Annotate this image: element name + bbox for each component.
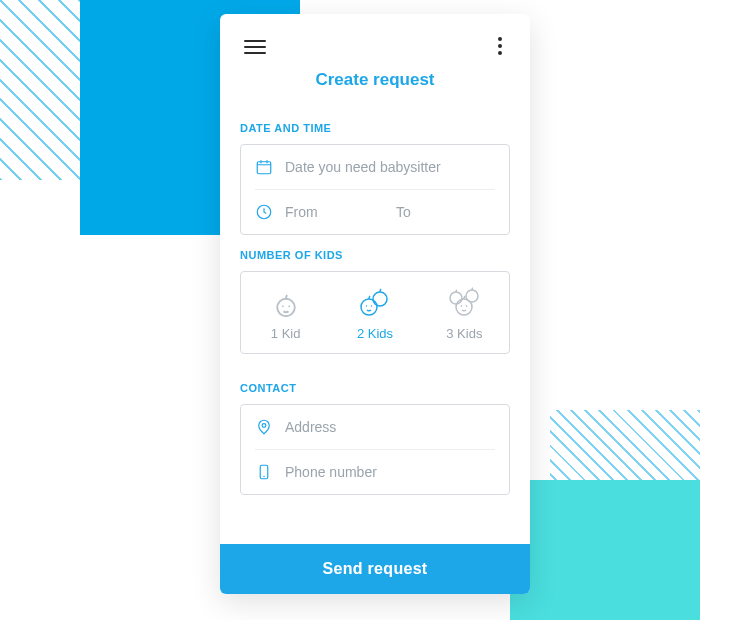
date-row xyxy=(241,145,509,189)
section-label-kids: NUMBER OF KIDS xyxy=(240,249,510,261)
kids-option-label: 1 Kid xyxy=(245,326,326,341)
page-title: Create request xyxy=(240,70,510,90)
svg-point-13 xyxy=(466,305,467,306)
svg-point-2 xyxy=(277,299,295,317)
baby-icon xyxy=(334,282,415,320)
phone-row xyxy=(255,449,495,494)
svg-point-10 xyxy=(450,292,462,304)
kids-option-label: 2 Kids xyxy=(334,326,415,341)
menu-icon[interactable] xyxy=(244,36,266,58)
baby-icon xyxy=(245,282,326,320)
kids-option-1[interactable]: 1 Kid xyxy=(241,272,330,353)
section-label-contact: CONTACT xyxy=(240,382,510,394)
svg-point-16 xyxy=(263,476,265,478)
datetime-group xyxy=(240,144,510,235)
time-row xyxy=(255,189,495,234)
address-input[interactable] xyxy=(285,415,495,439)
svg-rect-0 xyxy=(257,162,271,174)
request-card: Create request DATE AND TIME xyxy=(220,14,530,594)
kids-option-2[interactable]: 2 Kids xyxy=(330,272,419,353)
section-label-datetime: DATE AND TIME xyxy=(240,122,510,134)
phone-icon xyxy=(255,463,273,481)
svg-point-11 xyxy=(456,299,472,315)
svg-point-8 xyxy=(371,305,372,306)
kids-option-label: 3 Kids xyxy=(424,326,505,341)
bg-decor-cyan xyxy=(510,480,700,620)
time-to-input[interactable] xyxy=(396,200,495,224)
kids-group: 1 Kid 2 Kids xyxy=(240,271,510,354)
svg-point-7 xyxy=(366,305,367,306)
svg-point-4 xyxy=(288,306,290,308)
more-icon[interactable] xyxy=(490,34,510,58)
clock-icon xyxy=(255,203,273,221)
send-request-button[interactable]: Send request xyxy=(220,544,530,594)
location-icon xyxy=(255,418,273,436)
svg-point-12 xyxy=(461,305,462,306)
svg-point-3 xyxy=(282,306,284,308)
date-input[interactable] xyxy=(285,155,495,179)
bg-decor-dashes xyxy=(0,0,160,180)
svg-point-5 xyxy=(373,292,387,306)
phone-input[interactable] xyxy=(285,460,495,484)
baby-icon xyxy=(424,282,505,320)
calendar-icon xyxy=(255,158,273,176)
svg-point-14 xyxy=(262,424,266,428)
card-content: DATE AND TIME xyxy=(220,108,530,544)
card-header: Create request xyxy=(220,14,530,108)
svg-point-6 xyxy=(361,299,377,315)
kids-option-3[interactable]: 3 Kids xyxy=(420,272,509,353)
contact-group xyxy=(240,404,510,495)
time-from-input[interactable] xyxy=(285,200,384,224)
address-row xyxy=(241,405,509,449)
